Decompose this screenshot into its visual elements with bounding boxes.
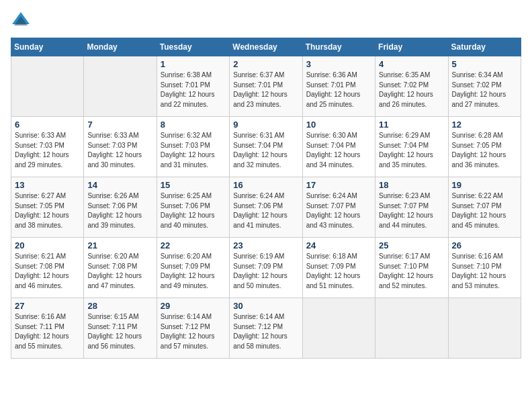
calendar-cell: 7Sunrise: 6:33 AM Sunset: 7:03 PM Daylig… bbox=[84, 117, 157, 177]
day-number: 26 bbox=[452, 240, 517, 250]
calendar-week-4: 20Sunrise: 6:21 AM Sunset: 7:08 PM Dayli… bbox=[11, 238, 521, 298]
calendar-cell: 26Sunrise: 6:16 AM Sunset: 7:10 PM Dayli… bbox=[448, 238, 521, 298]
day-number: 3 bbox=[306, 59, 371, 69]
day-number: 15 bbox=[161, 180, 226, 190]
calendar-week-1: 1Sunrise: 6:38 AM Sunset: 7:01 PM Daylig… bbox=[11, 56, 521, 117]
day-info: Sunrise: 6:30 AM Sunset: 7:04 PM Dayligh… bbox=[306, 131, 371, 170]
day-number: 24 bbox=[306, 240, 371, 250]
calendar-cell bbox=[448, 298, 521, 359]
column-header-tuesday: Tuesday bbox=[157, 38, 229, 56]
calendar-cell: 15Sunrise: 6:25 AM Sunset: 7:06 PM Dayli… bbox=[157, 177, 229, 238]
day-number: 14 bbox=[87, 180, 152, 190]
day-info: Sunrise: 6:33 AM Sunset: 7:03 PM Dayligh… bbox=[87, 131, 152, 170]
calendar-cell: 19Sunrise: 6:22 AM Sunset: 7:07 PM Dayli… bbox=[448, 177, 521, 238]
day-info: Sunrise: 6:38 AM Sunset: 7:01 PM Dayligh… bbox=[161, 71, 226, 109]
day-info: Sunrise: 6:34 AM Sunset: 7:02 PM Dayligh… bbox=[452, 71, 517, 109]
day-info: Sunrise: 6:19 AM Sunset: 7:09 PM Dayligh… bbox=[233, 252, 298, 291]
day-info: Sunrise: 6:16 AM Sunset: 7:11 PM Dayligh… bbox=[15, 312, 80, 351]
day-number: 23 bbox=[233, 240, 298, 250]
day-info: Sunrise: 6:36 AM Sunset: 7:01 PM Dayligh… bbox=[306, 71, 371, 109]
day-number: 18 bbox=[379, 180, 444, 190]
day-info: Sunrise: 6:20 AM Sunset: 7:08 PM Dayligh… bbox=[87, 252, 152, 291]
day-info: Sunrise: 6:23 AM Sunset: 7:07 PM Dayligh… bbox=[379, 191, 444, 230]
calendar-cell: 25Sunrise: 6:17 AM Sunset: 7:10 PM Dayli… bbox=[375, 238, 448, 298]
calendar-cell bbox=[84, 56, 157, 117]
calendar-table: SundayMondayTuesdayWednesdayThursdayFrid… bbox=[11, 38, 521, 359]
calendar-cell bbox=[302, 298, 375, 359]
calendar-week-5: 27Sunrise: 6:16 AM Sunset: 7:11 PM Dayli… bbox=[11, 298, 521, 359]
day-number: 17 bbox=[306, 180, 371, 190]
day-info: Sunrise: 6:14 AM Sunset: 7:12 PM Dayligh… bbox=[233, 312, 298, 351]
column-header-thursday: Thursday bbox=[302, 38, 375, 56]
day-info: Sunrise: 6:33 AM Sunset: 7:03 PM Dayligh… bbox=[15, 131, 80, 170]
day-info: Sunrise: 6:29 AM Sunset: 7:04 PM Dayligh… bbox=[379, 131, 444, 170]
day-info: Sunrise: 6:32 AM Sunset: 7:03 PM Dayligh… bbox=[161, 131, 226, 170]
day-number: 7 bbox=[87, 120, 152, 130]
column-header-saturday: Saturday bbox=[448, 38, 521, 56]
calendar-cell: 20Sunrise: 6:21 AM Sunset: 7:08 PM Dayli… bbox=[11, 238, 84, 298]
calendar-header-row: SundayMondayTuesdayWednesdayThursdayFrid… bbox=[11, 38, 521, 56]
day-number: 19 bbox=[452, 180, 517, 190]
column-header-wednesday: Wednesday bbox=[230, 38, 302, 56]
day-info: Sunrise: 6:27 AM Sunset: 7:05 PM Dayligh… bbox=[15, 191, 80, 230]
day-number: 8 bbox=[161, 120, 226, 130]
calendar-cell bbox=[375, 298, 448, 359]
calendar-week-3: 13Sunrise: 6:27 AM Sunset: 7:05 PM Dayli… bbox=[11, 177, 521, 238]
day-number: 30 bbox=[233, 301, 298, 311]
day-info: Sunrise: 6:26 AM Sunset: 7:06 PM Dayligh… bbox=[87, 191, 152, 230]
day-info: Sunrise: 6:17 AM Sunset: 7:10 PM Dayligh… bbox=[379, 252, 444, 291]
calendar-cell: 17Sunrise: 6:24 AM Sunset: 7:07 PM Dayli… bbox=[302, 177, 375, 238]
calendar-cell: 13Sunrise: 6:27 AM Sunset: 7:05 PM Dayli… bbox=[11, 177, 84, 238]
calendar-cell: 8Sunrise: 6:32 AM Sunset: 7:03 PM Daylig… bbox=[157, 117, 229, 177]
day-number: 10 bbox=[306, 120, 371, 130]
calendar-cell: 21Sunrise: 6:20 AM Sunset: 7:08 PM Dayli… bbox=[84, 238, 157, 298]
day-number: 20 bbox=[15, 240, 80, 250]
day-info: Sunrise: 6:31 AM Sunset: 7:04 PM Dayligh… bbox=[233, 131, 298, 170]
calendar-cell: 9Sunrise: 6:31 AM Sunset: 7:04 PM Daylig… bbox=[230, 117, 302, 177]
day-info: Sunrise: 6:21 AM Sunset: 7:08 PM Dayligh… bbox=[15, 252, 80, 291]
day-number: 29 bbox=[161, 301, 226, 311]
day-number: 4 bbox=[379, 59, 444, 69]
day-number: 21 bbox=[87, 240, 152, 250]
logo-icon bbox=[11, 11, 31, 31]
day-number: 28 bbox=[87, 301, 152, 311]
day-info: Sunrise: 6:25 AM Sunset: 7:06 PM Dayligh… bbox=[161, 191, 226, 230]
day-info: Sunrise: 6:15 AM Sunset: 7:11 PM Dayligh… bbox=[87, 312, 152, 351]
calendar-body: 1Sunrise: 6:38 AM Sunset: 7:01 PM Daylig… bbox=[11, 56, 521, 359]
logo bbox=[11, 11, 34, 31]
calendar-cell: 6Sunrise: 6:33 AM Sunset: 7:03 PM Daylig… bbox=[11, 117, 84, 177]
calendar-cell: 23Sunrise: 6:19 AM Sunset: 7:09 PM Dayli… bbox=[230, 238, 302, 298]
day-info: Sunrise: 6:24 AM Sunset: 7:07 PM Dayligh… bbox=[306, 191, 371, 230]
calendar-cell: 11Sunrise: 6:29 AM Sunset: 7:04 PM Dayli… bbox=[375, 117, 448, 177]
calendar-cell: 27Sunrise: 6:16 AM Sunset: 7:11 PM Dayli… bbox=[11, 298, 84, 359]
calendar-cell: 10Sunrise: 6:30 AM Sunset: 7:04 PM Dayli… bbox=[302, 117, 375, 177]
calendar-cell: 28Sunrise: 6:15 AM Sunset: 7:11 PM Dayli… bbox=[84, 298, 157, 359]
calendar-week-2: 6Sunrise: 6:33 AM Sunset: 7:03 PM Daylig… bbox=[11, 117, 521, 177]
day-number: 6 bbox=[15, 120, 80, 130]
calendar-cell: 4Sunrise: 6:35 AM Sunset: 7:02 PM Daylig… bbox=[375, 56, 448, 117]
day-info: Sunrise: 6:16 AM Sunset: 7:10 PM Dayligh… bbox=[452, 252, 517, 291]
day-info: Sunrise: 6:18 AM Sunset: 7:09 PM Dayligh… bbox=[306, 252, 371, 291]
calendar-cell: 29Sunrise: 6:14 AM Sunset: 7:12 PM Dayli… bbox=[157, 298, 229, 359]
day-number: 1 bbox=[161, 59, 226, 69]
day-number: 2 bbox=[233, 59, 298, 69]
day-number: 12 bbox=[452, 120, 517, 130]
day-info: Sunrise: 6:28 AM Sunset: 7:05 PM Dayligh… bbox=[452, 131, 517, 170]
calendar-cell: 14Sunrise: 6:26 AM Sunset: 7:06 PM Dayli… bbox=[84, 177, 157, 238]
day-number: 9 bbox=[233, 120, 298, 130]
day-number: 16 bbox=[233, 180, 298, 190]
calendar-cell: 22Sunrise: 6:20 AM Sunset: 7:09 PM Dayli… bbox=[157, 238, 229, 298]
column-header-monday: Monday bbox=[84, 38, 157, 56]
calendar-cell: 12Sunrise: 6:28 AM Sunset: 7:05 PM Dayli… bbox=[448, 117, 521, 177]
day-info: Sunrise: 6:22 AM Sunset: 7:07 PM Dayligh… bbox=[452, 191, 517, 230]
calendar-cell: 30Sunrise: 6:14 AM Sunset: 7:12 PM Dayli… bbox=[230, 298, 302, 359]
day-number: 13 bbox=[15, 180, 80, 190]
calendar-cell: 1Sunrise: 6:38 AM Sunset: 7:01 PM Daylig… bbox=[157, 56, 229, 117]
day-number: 25 bbox=[379, 240, 444, 250]
calendar-cell: 5Sunrise: 6:34 AM Sunset: 7:02 PM Daylig… bbox=[448, 56, 521, 117]
calendar-cell bbox=[11, 56, 84, 117]
day-info: Sunrise: 6:24 AM Sunset: 7:06 PM Dayligh… bbox=[233, 191, 298, 230]
calendar-cell: 16Sunrise: 6:24 AM Sunset: 7:06 PM Dayli… bbox=[230, 177, 302, 238]
day-info: Sunrise: 6:37 AM Sunset: 7:01 PM Dayligh… bbox=[233, 71, 298, 109]
calendar-cell: 3Sunrise: 6:36 AM Sunset: 7:01 PM Daylig… bbox=[302, 56, 375, 117]
